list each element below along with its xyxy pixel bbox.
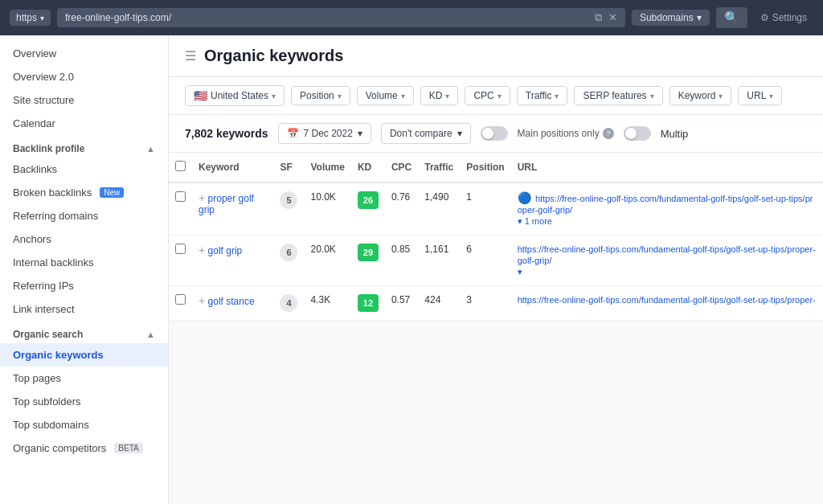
- sidebar-item-label: Referring domains: [13, 210, 98, 222]
- sidebar-item-anchors[interactable]: Anchors: [0, 227, 168, 251]
- keyword-cell: + proper golf grip: [192, 182, 273, 236]
- sf-badge: 5: [280, 191, 297, 209]
- keyword-filter-label: Keyword: [678, 90, 716, 101]
- position-filter[interactable]: Position ▾: [291, 86, 350, 105]
- sidebar-item-referring-domains[interactable]: Referring domains: [0, 204, 168, 227]
- sidebar-item-organic-keywords[interactable]: Organic keywords: [0, 343, 168, 367]
- volume-cell: 20.0K: [304, 236, 350, 286]
- sidebar-item-broken-backlinks[interactable]: Broken backlinks New: [0, 181, 168, 204]
- position-cell: 3: [460, 286, 510, 321]
- position-label: Position: [300, 90, 334, 101]
- calendar-icon: 📅: [287, 128, 299, 139]
- sidebar-section-label: Backlink profile: [13, 143, 84, 154]
- sidebar-section-backlink[interactable]: Backlink profile ▲: [0, 135, 168, 158]
- sidebar-item-top-subdomains[interactable]: Top subdomains: [0, 413, 168, 436]
- url-filter[interactable]: URL ▾: [738, 86, 782, 105]
- cpc-label: CPC: [473, 90, 493, 101]
- sidebar-item-label: Internal backlinks: [13, 256, 93, 268]
- volume-filter[interactable]: Volume ▾: [357, 86, 414, 105]
- protocol-selector[interactable]: https ▾: [10, 10, 51, 26]
- add-keyword-button[interactable]: +: [199, 191, 205, 204]
- help-icon[interactable]: ?: [603, 128, 614, 139]
- sidebar-item-site-structure[interactable]: Site structure: [0, 88, 168, 112]
- url-cell: https://free-online-golf-tips.com/fundam…: [511, 236, 823, 286]
- keyword-link[interactable]: proper golf grip: [199, 193, 254, 215]
- add-keyword-button[interactable]: +: [199, 244, 205, 256]
- hamburger-icon[interactable]: ☰: [185, 48, 196, 64]
- main-positions-toggle[interactable]: [481, 126, 508, 141]
- keyword-link[interactable]: golf grip: [208, 245, 243, 256]
- more-link[interactable]: ▾ 1 more: [518, 216, 552, 226]
- close-icon[interactable]: ✕: [608, 11, 617, 24]
- settings-label: Settings: [772, 12, 807, 23]
- date-picker[interactable]: 📅 7 Dec 2022 ▾: [278, 123, 371, 144]
- row-checkbox-cell[interactable]: [169, 236, 192, 286]
- add-keyword-button[interactable]: +: [199, 294, 205, 307]
- select-all-header[interactable]: [169, 153, 192, 182]
- sidebar-item-label: Top pages: [13, 372, 61, 384]
- serp-filter[interactable]: SERP features ▾: [574, 86, 662, 105]
- url-text[interactable]: https://free-online-golf-tips.com/fundam…: [518, 295, 816, 305]
- country-label: United States: [211, 90, 268, 101]
- url-filter-label: URL: [747, 90, 766, 101]
- keywords-table: Keyword SF Volume KD CPC Traffic Positio…: [169, 153, 823, 321]
- search-button[interactable]: 🔍: [716, 7, 747, 28]
- volume-cell: 4.3K: [304, 286, 350, 321]
- sidebar: Overview Overview 2.0 Site structure Cal…: [0, 35, 169, 504]
- sidebar-item-label: Organic keywords: [13, 349, 104, 361]
- sidebar-item-overview[interactable]: Overview: [0, 42, 168, 65]
- sidebar-item-internal-backlinks[interactable]: Internal backlinks: [0, 251, 168, 274]
- content-area: ☰ Organic keywords 🇺🇸 United States ▾ Po…: [169, 35, 823, 504]
- sidebar-section-label: Organic search: [13, 329, 83, 340]
- sidebar-item-calendar[interactable]: Calendar: [0, 112, 168, 135]
- url-text[interactable]: https://free-online-golf-tips.com/fundam…: [518, 244, 816, 265]
- cpc-filter[interactable]: CPC ▾: [465, 86, 510, 105]
- compare-arrow-icon: ▾: [457, 128, 462, 139]
- kd-filter[interactable]: KD ▾: [420, 86, 459, 105]
- compare-button[interactable]: Don't compare ▾: [381, 123, 471, 144]
- subdomain-selector[interactable]: Subdomains ▾: [632, 10, 710, 26]
- more-link[interactable]: ▾: [518, 267, 522, 277]
- protocol-arrow: ▾: [40, 14, 44, 23]
- row-checkbox[interactable]: [175, 294, 186, 305]
- url-bar[interactable]: free-online-golf-tips.com/ ⧉ ✕: [57, 8, 625, 27]
- keyword-filter[interactable]: Keyword ▾: [669, 86, 732, 105]
- volume-arrow-icon: ▾: [401, 92, 405, 100]
- table-row: + golf grip 6 20.0K 29 0.85 1,161 6: [169, 236, 823, 286]
- sidebar-item-backlinks[interactable]: Backlinks: [0, 158, 168, 181]
- sidebar-item-referring-ips[interactable]: Referring IPs: [0, 274, 168, 297]
- cpc-column-header: CPC: [385, 153, 418, 182]
- url-cell: https://free-online-golf-tips.com/fundam…: [511, 286, 823, 321]
- kd-badge: 26: [358, 191, 379, 209]
- sidebar-item-label: Overview 2.0: [13, 71, 74, 83]
- traffic-filter[interactable]: Traffic ▾: [517, 86, 568, 105]
- row-checkbox-cell[interactable]: [169, 182, 192, 236]
- row-checkbox[interactable]: [175, 191, 186, 202]
- keyword-count: 7,802 keywords: [185, 127, 268, 140]
- settings-button[interactable]: ⚙ Settings: [754, 9, 813, 27]
- cpc-cell: 0.85: [385, 236, 418, 286]
- sf-cell: 5: [273, 182, 304, 236]
- external-link-icon[interactable]: ⧉: [595, 11, 602, 24]
- sidebar-item-organic-competitors[interactable]: Organic competitors BETA: [0, 436, 168, 460]
- sidebar-item-label: Backlinks: [13, 163, 57, 175]
- sidebar-section-organic[interactable]: Organic search ▲: [0, 321, 168, 343]
- multiply-toggle[interactable]: [624, 126, 651, 141]
- row-checkbox-cell[interactable]: [169, 286, 192, 321]
- protocol-label: https: [16, 12, 37, 23]
- row-checkbox[interactable]: [175, 244, 186, 254]
- sidebar-item-link-intersect[interactable]: Link intersect: [0, 297, 168, 321]
- cpc-cell: 0.57: [385, 286, 418, 321]
- country-filter[interactable]: 🇺🇸 United States ▾: [185, 85, 285, 106]
- table-container: Keyword SF Volume KD CPC Traffic Positio…: [169, 153, 823, 321]
- traffic-cell: 1,490: [418, 182, 460, 236]
- sidebar-item-top-pages[interactable]: Top pages: [0, 367, 168, 390]
- table-header-row: Keyword SF Volume KD CPC Traffic Positio…: [169, 153, 823, 182]
- sidebar-item-top-subfolders[interactable]: Top subfolders: [0, 390, 168, 413]
- traffic-cell: 1,161: [418, 236, 460, 286]
- keyword-link[interactable]: golf stance: [208, 296, 255, 307]
- url-text[interactable]: https://free-online-golf-tips.com/fundam…: [518, 194, 813, 215]
- sidebar-item-overview2[interactable]: Overview 2.0: [0, 65, 168, 88]
- select-all-checkbox[interactable]: [175, 161, 186, 171]
- serp-arrow-icon: ▾: [650, 92, 654, 100]
